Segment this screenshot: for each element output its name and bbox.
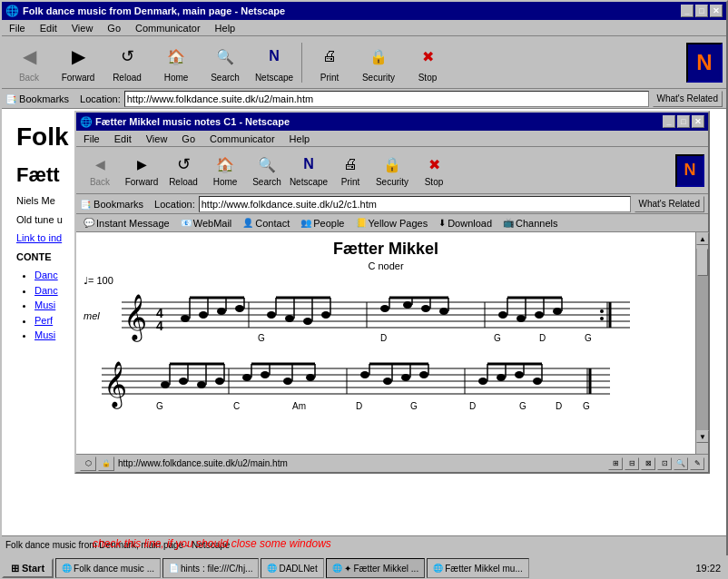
home-label: Home	[164, 73, 189, 83]
list-item-1[interactable]: Danc	[34, 285, 58, 296]
taskbar-item-4[interactable]: 🌐 Fætter Mikkel mu...	[427, 558, 529, 578]
taskbar-item-2[interactable]: 🌐 DADLNet	[261, 558, 323, 578]
close-button[interactable]: ✕	[710, 5, 723, 17]
inner-search-button[interactable]: Search	[247, 150, 287, 191]
list-item-4[interactable]: Musi	[34, 329, 55, 340]
inner-pt-download[interactable]: ⬇ Download	[435, 217, 496, 230]
svg-point-87	[261, 371, 270, 378]
print-button[interactable]: Print	[306, 39, 353, 86]
inner-location-input[interactable]	[199, 196, 631, 212]
inner-reload-button[interactable]: Reload	[163, 150, 203, 191]
whats-related-button[interactable]: What's Related	[653, 91, 723, 107]
svg-point-89	[283, 378, 292, 385]
inner-bookmarks-label: 📑 Bookmarks	[80, 199, 143, 210]
inner-menu-edit[interactable]: Edit	[111, 132, 135, 145]
inner-menu-help[interactable]: Help	[286, 132, 314, 145]
inner-close-button[interactable]: ✕	[692, 115, 704, 128]
scrollbar-up-button[interactable]: ▲	[696, 232, 709, 245]
list-item-3[interactable]: Perf	[34, 315, 53, 326]
scrollbar-down-button[interactable]: ▼	[696, 430, 709, 443]
status-icon-5[interactable]: 🔍	[674, 457, 688, 470]
inner-back-button[interactable]: Back	[80, 150, 120, 191]
music-staff-2: 𝄞 G C Am D G D G	[76, 350, 695, 418]
status-icon-lock[interactable]: 🔒	[98, 456, 114, 471]
security-icon	[364, 42, 393, 71]
music-staff-svg-1: 𝄞 4 4 G	[103, 289, 630, 343]
inner-pt-webmail[interactable]: 📧 WebMail	[177, 217, 236, 230]
taskbar-clock: 19:22	[690, 563, 726, 574]
bookmarks-label: 📑 Bookmarks	[5, 93, 69, 104]
inner-stop-button[interactable]: Stop	[414, 150, 454, 191]
inner-pt-yellow-pages[interactable]: 📒 Yellow Pages	[352, 217, 432, 230]
stop-button[interactable]: Stop	[404, 39, 451, 86]
svg-point-109	[533, 378, 542, 385]
scrollbar-thumb[interactable]	[697, 249, 708, 276]
status-icon-1[interactable]: ⊞	[608, 457, 623, 470]
menu-communicator[interactable]: Communicator	[132, 22, 204, 34]
outer-toolbar: Back Forward Reload Home Search Netscape…	[2, 36, 726, 89]
menu-go[interactable]: Go	[103, 22, 124, 34]
forward-button[interactable]: Forward	[54, 39, 102, 86]
inner-netscape-label: Netscape	[290, 177, 328, 187]
inner-home-button[interactable]: Home	[205, 150, 245, 191]
inner-menu-go[interactable]: Go	[178, 132, 199, 145]
taskbar-item-1[interactable]: 📄 hints : file:///C/hj...	[162, 558, 259, 578]
song-subtitle: C noder	[76, 260, 695, 271]
inner-security-button[interactable]: Security	[372, 150, 412, 191]
status-icon-4[interactable]: ⊡	[657, 457, 672, 470]
taskbar-item-3[interactable]: 🌐 ✦ Fætter Mikkel ...	[326, 558, 425, 578]
start-button[interactable]: ⊞ Start	[2, 558, 54, 578]
status-icon-6[interactable]: ✎	[690, 457, 704, 470]
reload-button[interactable]: Reload	[103, 39, 151, 86]
inner-home-label: Home	[213, 177, 238, 187]
inner-menu-file[interactable]: File	[80, 132, 103, 145]
menu-file[interactable]: File	[5, 22, 29, 34]
inner-netscape-button[interactable]: Netscape	[289, 150, 329, 191]
print-icon	[315, 42, 344, 71]
inner-pt-people[interactable]: 👥 People	[297, 217, 348, 230]
menu-view[interactable]: View	[68, 22, 97, 34]
inner-print-button[interactable]: Print	[330, 150, 370, 191]
menu-help[interactable]: Help	[212, 22, 240, 34]
svg-text:G: G	[519, 401, 526, 411]
status-icon-3[interactable]: ⊠	[641, 457, 655, 470]
inner-netscape-icon	[298, 153, 320, 175]
inner-pt-contact[interactable]: 👤 Contact	[239, 217, 293, 230]
search-button[interactable]: Search	[202, 39, 249, 86]
status-icon-2[interactable]: ⊟	[625, 457, 639, 470]
inner-minimize-button[interactable]: _	[663, 115, 675, 128]
minimize-button[interactable]: _	[681, 5, 694, 17]
inner-forward-button[interactable]: Forward	[122, 150, 162, 191]
inner-status-icons-left: ⬡ 🔒	[80, 456, 114, 471]
svg-point-105	[497, 374, 506, 381]
inner-reload-label: Reload	[169, 177, 198, 187]
list-item-0[interactable]: Danc	[34, 270, 58, 280]
security-button[interactable]: Security	[355, 39, 402, 86]
svg-text:C: C	[233, 401, 240, 411]
inner-pt-channels[interactable]: 📺 Channels	[499, 217, 561, 230]
inner-toolbar: Back Forward Reload Home Search Netscape	[76, 147, 708, 194]
menu-edit[interactable]: Edit	[36, 22, 61, 34]
inner-netscape-logo: N	[675, 154, 704, 187]
inner-whats-related-button[interactable]: What's Related	[635, 196, 705, 212]
inner-menu-communicator[interactable]: Communicator	[206, 132, 279, 145]
forward-icon	[64, 42, 93, 71]
svg-point-53	[553, 308, 562, 315]
status-icon-resize[interactable]: ⬡	[80, 456, 96, 471]
print-label: Print	[320, 73, 339, 83]
inner-maximize-button[interactable]: □	[677, 115, 690, 128]
back-button[interactable]: Back	[5, 39, 53, 86]
security-label: Security	[362, 73, 395, 83]
svg-point-82	[215, 378, 224, 385]
maximize-button[interactable]: □	[695, 5, 708, 17]
taskbar-item-0[interactable]: 🌐 Folk dance music ...	[55, 558, 161, 578]
link-to-index[interactable]: Link to ind	[16, 232, 62, 243]
list-item-2[interactable]: Musi	[34, 299, 55, 310]
inner-pt-instant-message[interactable]: 💬 Instant Message	[80, 217, 173, 230]
inner-menu-view[interactable]: View	[143, 132, 172, 145]
netscape-button[interactable]: Netscape	[251, 39, 298, 86]
location-input[interactable]	[124, 91, 649, 107]
home-button[interactable]: Home	[152, 39, 200, 86]
search-icon	[211, 42, 240, 71]
inner-location-label: Location:	[154, 199, 195, 210]
